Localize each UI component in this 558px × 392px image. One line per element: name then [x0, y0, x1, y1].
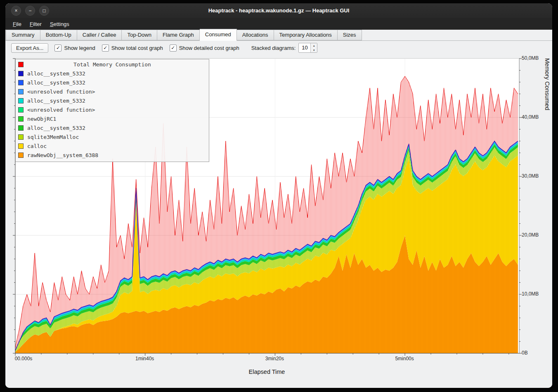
tab-caller-callee[interactable]: Caller / Callee [77, 30, 122, 40]
legend-item: alloc__system_5332 [16, 78, 209, 87]
y-tick-label: 50,0MB [522, 55, 539, 61]
tab-bottom-up[interactable]: Bottom-Up [40, 30, 77, 40]
checkbox-show-total-cost-graph[interactable]: ✓Show total cost graph [102, 45, 163, 52]
legend-color-swatch [18, 143, 24, 149]
legend-item-label: newObjRC1 [27, 116, 56, 122]
spin-buttons: ▲ ▼ [310, 43, 317, 52]
chart-legend: Total Memory Consumption alloc__system_5… [15, 59, 209, 162]
menu-bar: FileFilterSettings [5, 18, 552, 30]
legend-color-swatch [18, 134, 24, 140]
y-tick-label: 20,0MB [522, 232, 539, 238]
menu-filter[interactable]: Filter [26, 19, 46, 29]
checkbox-group: ✓Show legend✓Show total cost graph✓Show … [54, 45, 239, 52]
main-content: SummaryBottom-UpCaller / CalleeTop-DownF… [5, 30, 552, 388]
window-title: Heaptrack - heaptrack.wakunode.1.gz — He… [5, 3, 552, 18]
legend-item: newObjRC1 [16, 114, 209, 123]
screenshot-stage: ×−□ Heaptrack - heaptrack.wakunode.1.gz … [0, 0, 558, 392]
close-icon: × [14, 8, 17, 13]
titlebar[interactable]: ×−□ Heaptrack - heaptrack.wakunode.1.gz … [5, 3, 552, 18]
maximize-icon: □ [43, 8, 45, 13]
tab-bar: SummaryBottom-UpCaller / CalleeTop-DownF… [5, 30, 552, 41]
spin-up-button[interactable]: ▲ [311, 43, 317, 48]
tab-flame-graph[interactable]: Flame Graph [157, 30, 200, 40]
legend-color-swatch [18, 107, 24, 113]
legend-item: <unresolved function> [16, 105, 209, 114]
legend-item-label: alloc__system_5332 [27, 70, 85, 77]
legend-item: rawNewObj__system_6388 [16, 150, 209, 160]
checkmark-icon: ✓ [170, 45, 177, 52]
legend-color-swatch [18, 125, 24, 131]
heaptrack-window: ×−□ Heaptrack - heaptrack.wakunode.1.gz … [5, 3, 552, 388]
legend-item-label: alloc__system_5332 [27, 125, 85, 131]
legend-item: alloc__system_5332 [16, 69, 209, 78]
legend-color-swatch [18, 71, 24, 76]
legend-color-swatch [18, 89, 24, 94]
tab-consumed[interactable]: Consumed [200, 29, 237, 41]
checkmark-icon: ✓ [102, 45, 109, 52]
menu-settings[interactable]: Settings [46, 19, 73, 29]
legend-item-label: <unresolved function> [27, 107, 95, 113]
checkbox-label: Show total cost graph [111, 45, 163, 51]
x-axis-labels: 00.000s1min40s3min20s5min00s [15, 356, 519, 362]
tab-sizes[interactable]: Sizes [338, 30, 362, 40]
legend-title: Total Memory Consumption [16, 61, 209, 68]
legend-rows: alloc__system_5332alloc__system_5332<unr… [16, 69, 209, 160]
x-tick-label: 3min20s [260, 356, 289, 361]
spin-down-button[interactable]: ▼ [311, 48, 317, 52]
legend-item-label: <unresolved function> [27, 89, 95, 95]
tab-summary[interactable]: Summary [6, 30, 40, 40]
y-tick-label: 10,0MB [522, 291, 539, 297]
legend-item-label: alloc__system_5332 [27, 98, 85, 104]
legend-item: calloc [16, 141, 209, 150]
x-tick-label: 00.000s [9, 356, 38, 361]
legend-item-label: alloc__system_5332 [27, 80, 85, 86]
minimize-icon: − [28, 8, 31, 13]
y-tick-label: 0B [522, 350, 528, 356]
legend-color-swatch [18, 98, 24, 103]
chart-plot[interactable]: Total Memory Consumption alloc__system_5… [15, 58, 520, 354]
tab-top-down[interactable]: Top-Down [122, 30, 157, 40]
toolbar: Export As... ✓Show legend✓Show total cos… [5, 42, 552, 54]
legend-item-label: sqlite3MemMalloc [27, 134, 79, 140]
checkbox-show-detailed-cost-graph[interactable]: ✓Show detailed cost graph [170, 45, 239, 52]
y-tick-label: 30,0MB [522, 173, 539, 179]
stacked-diagrams-label: Stacked diagrams: [251, 45, 296, 51]
checkmark-icon: ✓ [54, 45, 61, 52]
x-tick-label: 1min40s [130, 356, 159, 361]
legend-color-swatch [18, 153, 24, 158]
legend-item: sqlite3MemMalloc [16, 132, 209, 141]
checkbox-label: Show legend [64, 45, 95, 51]
window-controls: ×−□ [11, 6, 49, 16]
legend-item: <unresolved function> [16, 87, 209, 96]
x-tick-label: 5min00s [390, 356, 419, 361]
stacked-diagrams-value: 10 [299, 43, 310, 52]
minimize-button[interactable]: − [25, 6, 35, 16]
checkbox-label: Show detailed cost graph [179, 45, 239, 51]
checkbox-show-legend[interactable]: ✓Show legend [54, 45, 95, 52]
tab-allocations[interactable]: Allocations [237, 30, 274, 40]
legend-item: alloc__system_5332 [16, 96, 209, 105]
legend-color-swatch [18, 80, 24, 85]
legend-item-label: rawNewObj__system_6388 [27, 152, 98, 158]
legend-title-row: Total Memory Consumption [16, 60, 209, 69]
tab-temporary-allocations[interactable]: Temporary Allocations [274, 30, 338, 40]
legend-item: alloc__system_5332 [16, 123, 209, 132]
y-axis-title: Memory Consumed [544, 58, 551, 353]
maximize-button[interactable]: □ [39, 6, 49, 16]
stacked-diagrams-spinbox[interactable]: 10 ▲ ▼ [298, 43, 317, 53]
x-axis-title: Elapsed Time [15, 369, 519, 375]
menu-file[interactable]: File [9, 19, 26, 29]
export-as-button[interactable]: Export As... [11, 43, 48, 53]
legend-item-label: calloc [27, 143, 47, 149]
y-tick-label: 40,0MB [522, 114, 539, 120]
legend-color-swatch [18, 116, 24, 122]
close-button[interactable]: × [11, 6, 21, 16]
